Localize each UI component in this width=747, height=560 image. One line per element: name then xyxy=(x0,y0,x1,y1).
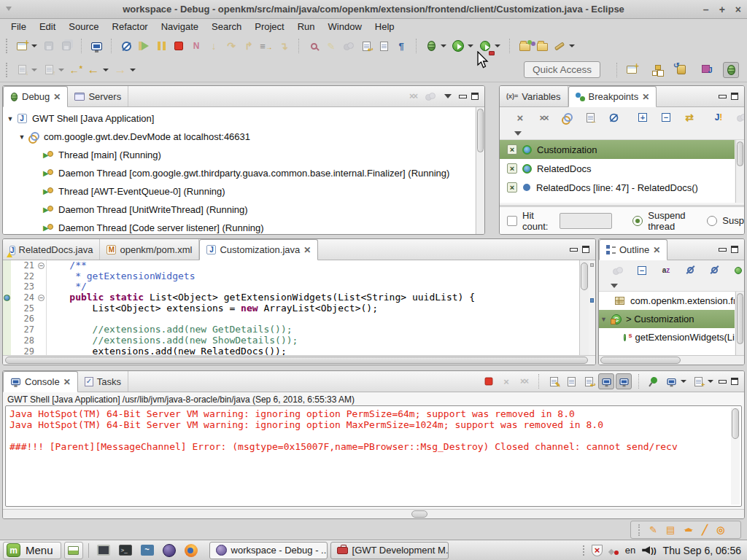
hide-static-button[interactable] xyxy=(706,262,722,279)
remove-launch-button[interactable] xyxy=(498,373,514,389)
debug-scrollbar[interactable] xyxy=(476,107,484,234)
scroll-lock-button[interactable] xyxy=(563,373,579,389)
tree-item-thread[interactable]: Daemon Thread [com.google.gwt.thirdparty… xyxy=(3,164,475,182)
open-type-button[interactable] xyxy=(516,38,533,54)
word-wrap-button[interactable]: ↩ xyxy=(581,373,597,389)
hide-non-public-button[interactable] xyxy=(730,262,745,279)
java-exception-breakpoint-button[interactable] xyxy=(711,109,727,125)
step-into-button[interactable] xyxy=(206,38,222,54)
book-icon[interactable] xyxy=(666,525,675,534)
focus-button[interactable] xyxy=(610,262,626,279)
snippet-button[interactable] xyxy=(323,38,339,54)
last-edit-button[interactable]: ↩ xyxy=(358,38,374,54)
step-over-button[interactable] xyxy=(223,38,239,54)
launcher-firefox[interactable] xyxy=(182,541,201,560)
new-wizard-dropdown[interactable] xyxy=(31,44,37,47)
minimize-view-button[interactable] xyxy=(459,95,467,98)
debug-button[interactable] xyxy=(423,38,439,54)
use-step-filters-button[interactable] xyxy=(258,38,274,54)
view-menu-icon[interactable] xyxy=(611,284,618,288)
editor-horizontal-scrollbar[interactable] xyxy=(3,355,595,365)
suspend-vm-radio[interactable] xyxy=(707,216,717,226)
tree-item-thread[interactable]: Daemon Thread [Code server listener] (Ru… xyxy=(3,219,475,235)
breakpoints-scrollbar[interactable] xyxy=(735,140,744,203)
tab-tasks[interactable]: Tasks xyxy=(78,371,128,392)
maximize-view-button[interactable] xyxy=(582,246,589,253)
tab-customization-java[interactable]: Customization.java xyxy=(199,239,318,260)
remove-terminated-button[interactable] xyxy=(405,88,421,104)
console-output[interactable]: Java HotSpot(TM) 64-Bit Server VM warnin… xyxy=(5,405,742,507)
hide-fields-button[interactable] xyxy=(682,262,698,279)
occurrences-button[interactable] xyxy=(341,38,357,54)
expander-icon[interactable] xyxy=(6,115,15,122)
maximize-view-button[interactable] xyxy=(731,378,738,385)
window-menu-icon[interactable] xyxy=(6,7,12,11)
maximize-view-button[interactable] xyxy=(471,93,479,100)
menu-refactor[interactable]: Refactor xyxy=(106,20,155,34)
perspective-hierarchy[interactable] xyxy=(649,62,665,78)
terminate-button[interactable] xyxy=(171,38,187,54)
close-tab-icon[interactable] xyxy=(53,92,61,102)
console-horizontal-scrollbar[interactable] xyxy=(3,509,744,518)
network-status-icon[interactable] xyxy=(609,546,619,555)
open-perspective-button[interactable] xyxy=(624,62,640,78)
collapse-all-button[interactable] xyxy=(658,109,674,125)
education-icon[interactable] xyxy=(684,528,693,532)
launcher-screenshot[interactable] xyxy=(94,541,113,560)
close-tab-icon[interactable] xyxy=(653,245,660,255)
mint-menu-button[interactable]: Menu xyxy=(3,542,61,559)
minimize-view-button[interactable] xyxy=(719,248,727,252)
breakpoint-row[interactable]: Customization xyxy=(500,140,735,159)
open-resource-button[interactable] xyxy=(534,38,550,54)
open-console-dropdown[interactable] xyxy=(708,380,713,383)
last-edit-location-button[interactable] xyxy=(68,62,84,78)
menu-file[interactable]: File xyxy=(4,20,33,34)
tab-console[interactable]: Console xyxy=(3,371,78,392)
menu-search[interactable]: Search xyxy=(205,20,248,34)
pin-console-button[interactable] xyxy=(646,373,662,389)
next-edit-location-button[interactable]: ↓ xyxy=(14,62,30,78)
clock[interactable]: Thu Sep 6, 06:56 xyxy=(663,545,741,556)
maximize-view-button[interactable] xyxy=(731,93,738,100)
update-manager-icon[interactable] xyxy=(592,545,603,556)
expander-icon[interactable] xyxy=(18,133,26,141)
back-dropdown[interactable] xyxy=(103,69,109,71)
clear-console-button[interactable]: ✎ xyxy=(546,373,562,389)
launcher-eclipse[interactable] xyxy=(160,541,179,560)
window-button-eclipse[interactable]: workspace - Debug - ... xyxy=(209,542,328,559)
reload-breakpoints-button[interactable] xyxy=(559,109,575,125)
window-button-gwt[interactable]: [GWT Development M... xyxy=(330,542,449,559)
fold-marker-icon[interactable] xyxy=(38,262,44,269)
terminate-console-button[interactable] xyxy=(481,373,497,389)
save-button[interactable] xyxy=(41,38,57,54)
maximize-button[interactable] xyxy=(719,4,725,15)
show-whitespace-button[interactable] xyxy=(393,38,409,54)
format-dropdown[interactable] xyxy=(569,44,575,47)
suspend-button[interactable] xyxy=(153,38,169,54)
note-icon[interactable] xyxy=(649,525,657,534)
tab-outline[interactable]: Outline xyxy=(599,239,667,260)
tree-item-thread[interactable]: Thread [main] (Running) xyxy=(3,146,475,164)
menu-source[interactable]: Source xyxy=(62,20,105,34)
disconnect-button[interactable] xyxy=(188,38,204,54)
show-source-button[interactable] xyxy=(376,38,392,54)
fold-marker-icon[interactable] xyxy=(38,295,44,301)
perspective-debug[interactable] xyxy=(723,62,739,78)
show-desktop-button[interactable] xyxy=(64,542,83,559)
breakpoint-checkbox[interactable] xyxy=(507,144,517,155)
display-console-button[interactable] xyxy=(663,373,679,389)
badge-icon[interactable] xyxy=(716,525,724,534)
tab-debug[interactable]: Debug xyxy=(3,86,68,107)
suspend-thread-radio[interactable] xyxy=(632,216,643,226)
menu-window[interactable]: Window xyxy=(322,20,368,34)
close-tab-icon[interactable] xyxy=(63,377,71,387)
collapse-threads-button[interactable] xyxy=(422,88,438,104)
minimize-view-button[interactable] xyxy=(719,95,727,98)
close-tab-icon[interactable] xyxy=(642,92,649,102)
breakpoint-checkbox[interactable] xyxy=(507,182,517,192)
breakpoint-marker-icon[interactable] xyxy=(4,295,10,301)
skip-all-breakpoints-button[interactable] xyxy=(118,38,134,54)
quick-access[interactable]: Quick Access xyxy=(524,61,600,78)
forward-dropdown[interactable] xyxy=(130,69,136,71)
tab-relateddocs-java[interactable]: RelatedDocs.java xyxy=(3,239,100,260)
